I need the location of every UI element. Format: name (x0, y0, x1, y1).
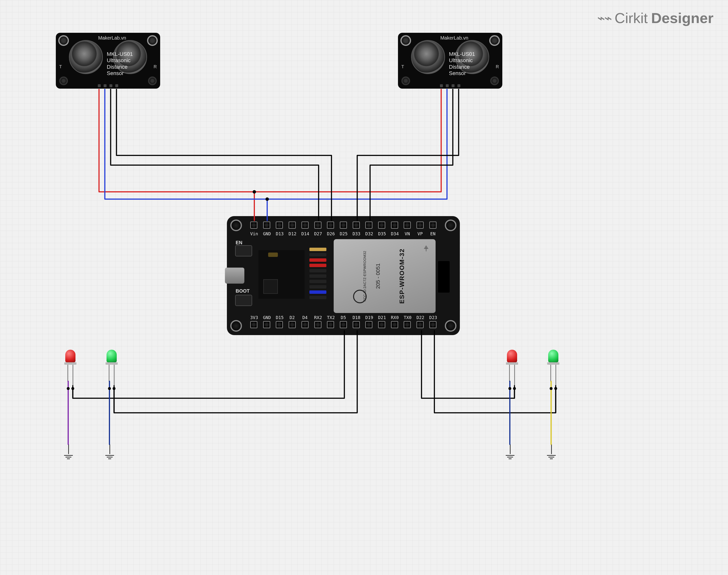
ultrasonic-sensor-left[interactable]: MakerLab.vn MKL-US01 Ultrasonic Distance… (56, 33, 160, 89)
pin-rx0[interactable] (391, 321, 398, 328)
pin-labels-bottom: 3V3GNDD15D2D4RX2TX2D5D18D19D21RX0TX0D22D… (250, 315, 437, 320)
pin-label: 3V3 (250, 315, 257, 320)
ground-symbol (64, 444, 73, 459)
pin-d18[interactable] (353, 321, 360, 328)
pin-label: D5 (340, 315, 347, 320)
pin-label: D18 (353, 315, 360, 320)
mount-hole-icon (59, 76, 68, 85)
pin-header-top[interactable] (250, 222, 437, 230)
pin-row (98, 84, 118, 87)
pin-rx2[interactable] (314, 321, 322, 328)
vendor-label: MakerLab.vn (98, 35, 126, 41)
pin-label: RX0 (391, 315, 398, 320)
pin-vin[interactable] (250, 222, 257, 229)
sensor-model-label: MKL-US01 Ultrasonic Distance Sensor (107, 51, 133, 77)
pin-label: D32 (365, 231, 372, 236)
pcb-antenna-icon (438, 261, 450, 293)
led-red-2[interactable] (502, 350, 522, 385)
ground-symbol (546, 444, 556, 459)
pin-label: VN (404, 231, 411, 236)
transducer-icon (69, 40, 103, 74)
pin-d15[interactable] (276, 321, 283, 328)
boot-button[interactable] (235, 295, 252, 306)
pin-label: GND (263, 315, 270, 320)
shield-code-label: 205 - 0051 (375, 263, 381, 289)
esp32-shield: FCC ID:2AC7Z-ESPWROOM32 205 - 0051 ESP-W… (334, 239, 436, 313)
mount-hole-icon (445, 219, 457, 231)
pin-label: TX2 (327, 315, 334, 320)
pin-3v3[interactable] (250, 321, 257, 328)
pin-vp[interactable] (416, 222, 424, 229)
pin-gnd[interactable] (263, 222, 270, 229)
pin-gnd[interactable] (263, 321, 270, 328)
led-bulb-icon (548, 350, 558, 362)
pin-t-label: T (59, 64, 62, 69)
pin-d26[interactable] (327, 222, 334, 229)
pin-tx2[interactable] (327, 321, 334, 328)
pin-vn[interactable] (404, 222, 411, 229)
pin-row (440, 84, 460, 87)
pin-label: D21 (378, 315, 385, 320)
pin-label: D13 (276, 231, 283, 236)
led-bulb-icon (107, 350, 117, 362)
pin-label: D2 (289, 315, 296, 320)
pin-d2[interactable] (289, 321, 296, 328)
pin-label: D25 (340, 231, 347, 236)
led-green-1[interactable] (102, 350, 121, 385)
regulator-block (258, 250, 304, 299)
pin-d23[interactable] (429, 321, 437, 328)
pin-label: D33 (353, 231, 360, 236)
pin-en[interactable] (429, 222, 437, 229)
pin-d19[interactable] (365, 321, 372, 328)
status-led-strip (310, 248, 326, 299)
cirkit-icon: ⌁⌁ (597, 10, 611, 26)
mount-hole-icon (445, 320, 457, 332)
pin-tx0[interactable] (404, 321, 411, 328)
ultrasonic-sensor-right[interactable]: MakerLab.vn MKL-US01 Ultrasonic Distance… (398, 33, 502, 89)
pin-label: VP (416, 231, 424, 236)
pin-d5[interactable] (340, 321, 347, 328)
ground-symbol (505, 444, 515, 459)
ground-symbol (105, 444, 114, 459)
pin-d33[interactable] (353, 222, 360, 229)
pin-d34[interactable] (391, 222, 398, 229)
sensor-model-label: MKL-US01 Ultrasonic Distance Sensor (449, 51, 475, 77)
pin-d25[interactable] (340, 222, 347, 229)
en-button[interactable] (235, 245, 252, 257)
vendor-label: MakerLab.vn (440, 35, 468, 41)
mount-hole-icon (148, 76, 157, 85)
pin-label: GND (263, 231, 270, 236)
pin-d32[interactable] (365, 222, 372, 229)
pin-d13[interactable] (276, 222, 283, 229)
esp32-board[interactable]: VinGNDD13D12D14D27D26D25D33D32D35D34VNVP… (227, 216, 460, 335)
pin-d27[interactable] (314, 222, 322, 229)
pin-label: D22 (416, 315, 424, 320)
brand-word-2: Designer (651, 10, 714, 27)
pin-d14[interactable] (301, 222, 309, 229)
pin-d4[interactable] (301, 321, 309, 328)
mount-hole-icon (230, 320, 242, 332)
pin-label: D26 (327, 231, 334, 236)
pin-label: RX2 (314, 315, 322, 320)
mount-hole-icon (58, 35, 69, 46)
pin-r-label: R (154, 64, 157, 69)
pin-label: D27 (314, 231, 322, 236)
mount-hole-icon (490, 76, 499, 85)
wifi-icon: ⏚ (424, 245, 428, 253)
pin-labels-top: VinGNDD13D12D14D27D26D25D33D32D35D34VNVP… (250, 231, 437, 236)
pin-d35[interactable] (378, 222, 385, 229)
pin-d21[interactable] (378, 321, 385, 328)
mount-hole-icon (400, 35, 411, 46)
pin-d22[interactable] (416, 321, 424, 328)
transducer-icon (411, 40, 445, 74)
led-green-2[interactable] (544, 350, 563, 385)
pin-d12[interactable] (289, 222, 296, 229)
espressif-logo-icon (353, 290, 367, 303)
shield-name-label: ESP-WROOM-32 (398, 248, 406, 304)
led-bulb-icon (65, 350, 75, 362)
led-red-1[interactable] (61, 350, 80, 385)
pin-t-label: T (401, 64, 404, 69)
pin-label: D19 (365, 315, 372, 320)
pin-header-bottom[interactable] (250, 321, 437, 330)
brand-word-1: Cirkit (615, 10, 648, 27)
